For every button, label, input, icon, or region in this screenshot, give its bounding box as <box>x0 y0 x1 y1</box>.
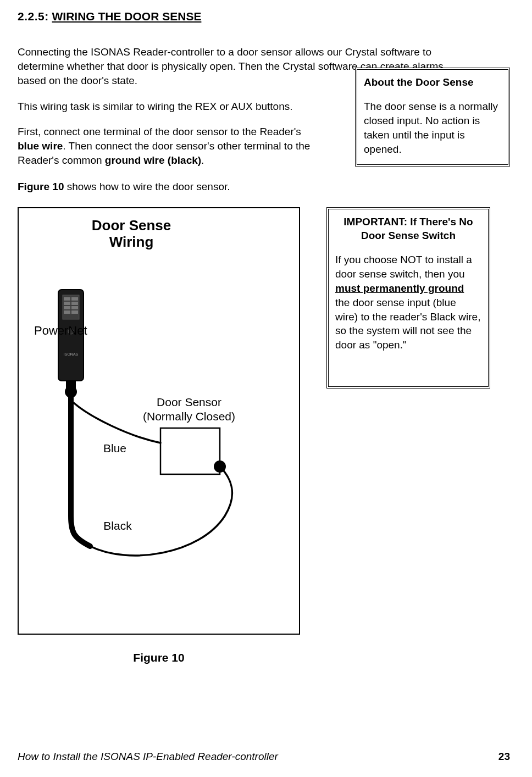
svg-rect-5 <box>71 302 78 305</box>
intro-text-1b: This wiring task is similar to wiring th… <box>18 101 293 112</box>
blue-wire-label: blue wire <box>18 140 63 152</box>
door-sense-diagram: Door Sense Wiring <box>19 208 299 634</box>
svg-rect-13 <box>160 428 220 474</box>
figure-caption: Figure 10 <box>18 651 300 664</box>
callout2-body-b: must permanently ground <box>335 282 464 294</box>
page-number: 23 <box>498 751 510 763</box>
svg-point-14 <box>214 460 226 473</box>
svg-rect-4 <box>64 302 70 305</box>
diagram-title-line1: Door Sense <box>92 217 171 234</box>
callout-column-2: IMPORTANT: If There's No Door Sense Swit… <box>326 207 490 389</box>
svg-rect-7 <box>71 306 78 309</box>
intro-paragraph-1b: This wiring task is similar to wiring th… <box>18 99 325 114</box>
footer-title: How to Install the ISONAS IP-Enabled Rea… <box>18 751 278 763</box>
figure-row: Door Sense Wiring <box>18 207 510 664</box>
svg-rect-3 <box>71 297 78 301</box>
figure-10-box: Door Sense Wiring <box>18 207 300 635</box>
content-row-2: This wiring task is similar to wiring th… <box>18 68 510 202</box>
intro-paragraph-2: First, connect one terminal of the door … <box>18 125 325 167</box>
svg-text:ISONAS: ISONAS <box>64 352 79 356</box>
svg-rect-2 <box>64 297 70 301</box>
powernet-label: PowerNet <box>34 324 87 337</box>
section-heading: 2.2.5: WIRING THE DOOR SENSE <box>18 10 510 23</box>
section-number: 2.2.5: <box>18 10 49 23</box>
intro-paragraph-3: Figure 10 shows how to wire the door sen… <box>18 180 325 194</box>
intro-text-2a: First, connect one terminal of the door … <box>18 126 301 137</box>
callout2-body: If you choose NOT to install a door sens… <box>335 253 481 352</box>
blue-wire-diagram-label: Blue <box>103 442 126 454</box>
figure-ref: Figure 10 <box>18 181 64 192</box>
svg-rect-9 <box>71 310 78 314</box>
callout2-body-c: the door sense input (blue wire) to the … <box>335 297 480 351</box>
section-title: WIRING THE DOOR SENSE <box>52 10 202 23</box>
intro-text-3b: shows how to wire the door sensor. <box>64 181 230 192</box>
black-wire-diagram-label: Black <box>103 519 132 532</box>
important-no-door-sense-callout: IMPORTANT: If There's No Door Sense Swit… <box>326 207 490 389</box>
about-door-sense-callout: About the Door Sense The door sense is a… <box>355 68 510 166</box>
door-sensor-label-1: Door Sensor <box>157 396 221 408</box>
callout2-title: IMPORTANT: If There's No Door Sense Swit… <box>335 215 481 243</box>
callout1-title: About the Door Sense <box>364 75 501 90</box>
figure-wrap: Door Sense Wiring <box>18 207 300 664</box>
callout2-body-a: If you choose NOT to install a door sens… <box>335 254 472 280</box>
callout1-body: The door sense is a normally closed inpu… <box>364 99 501 156</box>
intro-text-2e: . <box>201 154 204 166</box>
callout-column-1: About the Door Sense The door sense is a… <box>355 68 510 166</box>
diagram-title-line2: Wiring <box>109 234 154 250</box>
ground-wire-label: ground wire (black) <box>105 154 201 166</box>
svg-rect-6 <box>64 306 70 309</box>
door-sensor-label-2: (Normally Closed) <box>143 410 235 423</box>
intro-column-left: This wiring task is similar to wiring th… <box>18 68 347 202</box>
page-footer: How to Install the ISONAS IP-Enabled Rea… <box>18 751 510 763</box>
page: 2.2.5: WIRING THE DOOR SENSE Connecting … <box>0 0 532 777</box>
svg-rect-8 <box>64 310 70 314</box>
